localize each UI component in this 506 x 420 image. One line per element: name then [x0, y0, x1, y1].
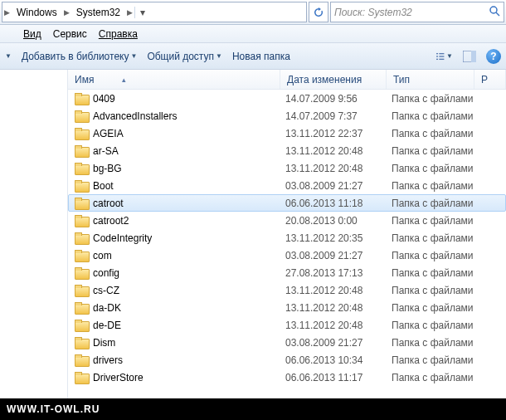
menu-view[interactable]: Вид	[23, 28, 41, 40]
folder-icon	[75, 215, 88, 227]
file-name: catroot2	[93, 215, 285, 227]
svg-rect-7	[439, 58, 444, 59]
file-name: AdvancedInstallers	[93, 110, 285, 122]
file-type: Папка с файлами	[392, 267, 491, 279]
column-type[interactable]: Тип	[387, 70, 474, 89]
folder-icon	[75, 354, 88, 366]
organize-dropdown[interactable]: ▼	[5, 52, 12, 60]
file-name: Dism	[93, 337, 285, 349]
file-type: Папка с файлами	[392, 302, 491, 314]
column-headers: Имя▴ Дата изменения Тип Р	[68, 70, 506, 90]
file-type: Папка с файлами	[392, 354, 491, 366]
view-mode-button[interactable]: ▼	[436, 48, 453, 65]
new-folder-button[interactable]: Новая папка	[232, 51, 290, 62]
preview-pane-button[interactable]	[461, 48, 478, 65]
file-date: 03.08.2009 21:27	[285, 337, 392, 349]
table-row[interactable]: CodeIntegrity13.11.2012 20:35Папка с фай…	[68, 229, 506, 247]
chevron-right-icon: ▶	[125, 8, 134, 17]
file-type: Папка с файлами	[392, 93, 491, 105]
refresh-button[interactable]	[309, 2, 328, 22]
folder-icon	[75, 372, 88, 383]
folder-icon	[75, 232, 88, 244]
table-row[interactable]: catroot220.08.2013 0:00Папка с файлами	[68, 212, 506, 229]
folder-icon	[75, 110, 88, 122]
share-button[interactable]: Общий доступ ▼	[147, 51, 222, 62]
breadcrumb[interactable]: ▶ Windows ▶ System32 ▶ ▾	[2, 2, 307, 22]
table-row[interactable]: AdvancedInstallers14.07.2009 7:37Папка с…	[68, 107, 506, 125]
column-name[interactable]: Имя▴	[68, 70, 280, 89]
folder-icon	[75, 93, 88, 105]
search-placeholder: Поиск: System32	[334, 7, 412, 18]
navigation-pane[interactable]	[0, 70, 68, 402]
file-date: 13.11.2012 20:48	[285, 302, 392, 314]
menubar: Вид Сервис Справка	[0, 25, 506, 43]
file-name: 0409	[93, 93, 285, 105]
file-type: Папка с файлами	[392, 198, 491, 209]
file-date: 14.07.2009 9:56	[285, 93, 392, 105]
file-type: Папка с файлами	[392, 215, 491, 227]
help-button[interactable]: ?	[486, 49, 501, 64]
sort-asc-icon: ▴	[122, 76, 126, 84]
table-row[interactable]: catroot06.06.2013 11:18Папка с файлами	[68, 194, 506, 212]
file-type: Папка с файлами	[392, 180, 491, 192]
table-row[interactable]: 040914.07.2009 9:56Папка с файлами	[68, 90, 506, 107]
file-date: 13.11.2012 20:48	[285, 320, 392, 331]
file-date: 13.11.2012 20:48	[285, 163, 392, 174]
add-to-library-button[interactable]: Добавить в библиотеку ▼	[22, 51, 137, 62]
file-name: ar-SA	[93, 145, 285, 157]
table-row[interactable]: drivers06.06.2013 10:34Папка с файлами	[68, 351, 506, 369]
file-name: cs-CZ	[93, 285, 285, 296]
table-row[interactable]: Boot03.08.2009 21:27Папка с файлами	[68, 177, 506, 194]
search-icon	[489, 5, 500, 19]
file-date: 03.08.2009 21:27	[285, 180, 392, 192]
menu-help[interactable]: Справка	[99, 28, 138, 40]
table-row[interactable]: config27.08.2013 17:13Папка с файлами	[68, 264, 506, 281]
file-type: Папка с файлами	[392, 285, 491, 296]
file-type: Папка с файлами	[392, 320, 491, 331]
table-row[interactable]: Dism03.08.2009 21:27Папка с файлами	[68, 334, 506, 351]
folder-icon	[75, 302, 88, 314]
file-date: 06.06.2013 11:17	[285, 372, 392, 383]
file-name: AGEIA	[93, 128, 285, 139]
search-input[interactable]: Поиск: System32	[330, 2, 504, 22]
file-type: Папка с файлами	[392, 250, 491, 261]
file-type: Папка с файлами	[392, 128, 491, 139]
svg-rect-3	[439, 52, 444, 53]
svg-rect-5	[439, 56, 444, 56]
table-row[interactable]: com03.08.2009 21:27Папка с файлами	[68, 247, 506, 264]
file-type: Папка с файлами	[392, 110, 491, 122]
folder-icon	[75, 145, 88, 157]
file-name: CodeIntegrity	[93, 232, 285, 244]
table-row[interactable]: da-DK13.11.2012 20:48Папка с файлами	[68, 299, 506, 316]
breadcrumb-dropdown[interactable]: ▾	[134, 7, 149, 18]
file-date: 13.11.2012 22:37	[285, 128, 392, 139]
column-date[interactable]: Дата изменения	[280, 70, 387, 89]
file-type: Папка с файлами	[392, 163, 491, 174]
file-date: 14.07.2009 7:37	[285, 110, 392, 122]
menu-service[interactable]: Сервис	[53, 28, 87, 40]
breadcrumb-windows[interactable]: Windows	[12, 7, 62, 18]
file-name: bg-BG	[93, 163, 285, 174]
table-row[interactable]: ar-SA13.11.2012 20:48Папка с файлами	[68, 142, 506, 159]
file-date: 13.11.2012 20:48	[285, 145, 392, 157]
table-row[interactable]: de-DE13.11.2012 20:48Папка с файлами	[68, 316, 506, 334]
svg-rect-6	[436, 58, 438, 59]
table-row[interactable]: AGEIA13.11.2012 22:37Папка с файлами	[68, 125, 506, 142]
file-date: 06.06.2013 10:34	[285, 354, 392, 366]
chevron-right-icon: ▶	[2, 8, 12, 17]
file-list-area: Имя▴ Дата изменения Тип Р 040914.07.2009…	[68, 70, 506, 402]
table-row[interactable]: cs-CZ13.11.2012 20:48Папка с файлами	[68, 281, 506, 299]
list-icon	[436, 51, 446, 62]
column-size[interactable]: Р	[474, 70, 506, 89]
file-name: com	[93, 250, 285, 261]
table-row[interactable]: bg-BG13.11.2012 20:48Папка с файлами	[68, 159, 506, 177]
folder-icon	[75, 198, 88, 209]
file-type: Папка с файлами	[392, 232, 491, 244]
svg-rect-4	[436, 56, 438, 56]
table-row[interactable]: DriverStore06.06.2013 11:17Папка с файла…	[68, 369, 506, 386]
pane-icon	[463, 51, 476, 62]
breadcrumb-system32[interactable]: System32	[71, 7, 125, 18]
toolbar: ▼ Добавить в библиотеку ▼ Общий доступ ▼…	[0, 43, 506, 70]
svg-rect-9	[471, 51, 476, 62]
file-name: config	[93, 267, 285, 279]
